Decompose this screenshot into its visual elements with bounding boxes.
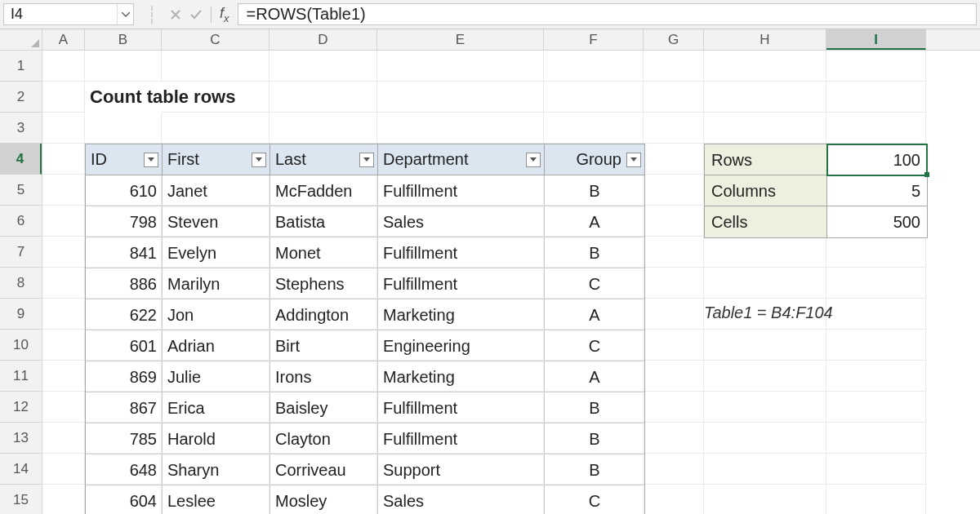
cell[interactable] bbox=[644, 51, 704, 82]
page-title[interactable]: Count table rows bbox=[85, 82, 162, 113]
cell[interactable] bbox=[826, 299, 926, 330]
table-header-group[interactable]: Group bbox=[545, 144, 644, 175]
stats-value-columns[interactable]: 5 bbox=[827, 175, 927, 206]
row-header-2[interactable]: 2 bbox=[0, 82, 42, 113]
cell-id[interactable]: 785 bbox=[86, 423, 163, 454]
cell[interactable] bbox=[644, 361, 704, 392]
cell-department[interactable]: Fulfillment bbox=[378, 237, 545, 268]
cell-department[interactable]: Fulfillment bbox=[378, 392, 545, 423]
col-header-G[interactable]: G bbox=[644, 29, 704, 50]
cell-department[interactable]: Fulfillment bbox=[378, 423, 545, 454]
cell-id[interactable]: 798 bbox=[86, 206, 163, 237]
cell-last[interactable]: Stephens bbox=[270, 268, 378, 299]
cell-department[interactable]: Engineering bbox=[378, 330, 545, 361]
cell[interactable] bbox=[42, 113, 85, 144]
stats-value-cells[interactable]: 500 bbox=[827, 206, 927, 237]
filter-dropdown-icon[interactable] bbox=[144, 153, 158, 167]
formula-input[interactable]: =ROWS(Table1) bbox=[238, 3, 977, 25]
cell[interactable] bbox=[42, 454, 85, 485]
cell-id[interactable]: 869 bbox=[86, 361, 163, 392]
cell[interactable] bbox=[644, 423, 704, 454]
name-box[interactable]: I4 bbox=[3, 3, 134, 25]
cell-group[interactable]: B bbox=[545, 175, 644, 206]
row-header-15[interactable]: 15 bbox=[0, 485, 42, 514]
cell-group[interactable]: C bbox=[545, 485, 644, 514]
cell[interactable] bbox=[644, 113, 704, 144]
cell[interactable] bbox=[544, 113, 644, 144]
cell-last[interactable]: Mosley bbox=[270, 485, 378, 514]
cell[interactable] bbox=[704, 330, 826, 361]
col-header-I[interactable]: I bbox=[826, 29, 926, 50]
cell[interactable] bbox=[162, 82, 270, 113]
cell-last[interactable]: Monet bbox=[270, 237, 378, 268]
cell[interactable] bbox=[42, 485, 85, 514]
cell-department[interactable]: Sales bbox=[378, 485, 545, 514]
cell-group[interactable]: A bbox=[545, 361, 644, 392]
col-header-F[interactable]: F bbox=[544, 29, 644, 50]
cell[interactable] bbox=[644, 237, 704, 268]
cell-id[interactable]: 622 bbox=[86, 299, 163, 330]
cell-department[interactable]: Fulfillment bbox=[378, 268, 545, 299]
cell[interactable] bbox=[42, 299, 85, 330]
cell[interactable] bbox=[85, 113, 162, 144]
cell[interactable] bbox=[42, 330, 85, 361]
cell[interactable] bbox=[826, 361, 926, 392]
cell-group[interactable]: A bbox=[545, 206, 644, 237]
cell-id[interactable]: 648 bbox=[86, 454, 163, 485]
table-header-id[interactable]: ID bbox=[86, 144, 163, 175]
cell[interactable] bbox=[544, 51, 644, 82]
col-header-A[interactable]: A bbox=[42, 29, 85, 50]
cell[interactable] bbox=[826, 423, 926, 454]
cell-last[interactable]: Clayton bbox=[270, 423, 378, 454]
cell[interactable] bbox=[644, 82, 704, 113]
cell-last[interactable]: Baisley bbox=[270, 392, 378, 423]
cell[interactable] bbox=[704, 454, 826, 485]
cell-group[interactable]: A bbox=[545, 299, 644, 330]
cell[interactable] bbox=[544, 82, 644, 113]
col-header-C[interactable]: C bbox=[162, 29, 270, 50]
cell[interactable] bbox=[162, 113, 270, 144]
col-header-B[interactable]: B bbox=[85, 29, 162, 50]
cell-last[interactable]: Irons bbox=[270, 361, 378, 392]
stats-label[interactable]: Rows bbox=[705, 144, 827, 175]
cell[interactable] bbox=[644, 206, 704, 237]
row-header-13[interactable]: 13 bbox=[0, 423, 42, 454]
cell-first[interactable]: Adrian bbox=[163, 330, 270, 361]
cell[interactable] bbox=[704, 423, 826, 454]
cell-group[interactable]: B bbox=[545, 423, 644, 454]
cell-id[interactable]: 610 bbox=[86, 175, 163, 206]
cell-id[interactable]: 867 bbox=[86, 392, 163, 423]
fx-icon[interactable]: fx bbox=[220, 5, 229, 24]
cell-department[interactable]: Support bbox=[378, 454, 545, 485]
cell[interactable] bbox=[644, 330, 704, 361]
table-header-last[interactable]: Last bbox=[270, 144, 378, 175]
cell-first[interactable]: Julie bbox=[163, 361, 270, 392]
row-header-6[interactable]: 6 bbox=[0, 206, 42, 237]
cell-first[interactable]: Leslee bbox=[163, 485, 270, 514]
cell[interactable] bbox=[42, 175, 85, 206]
cell[interactable] bbox=[42, 237, 85, 268]
cell[interactable] bbox=[704, 392, 826, 423]
cell-department[interactable]: Sales bbox=[378, 206, 545, 237]
cell[interactable] bbox=[826, 237, 926, 268]
col-header-E[interactable]: E bbox=[377, 29, 544, 50]
cell-department[interactable]: Marketing bbox=[378, 299, 545, 330]
cell[interactable] bbox=[42, 361, 85, 392]
cell-id[interactable]: 601 bbox=[86, 330, 163, 361]
cell-id[interactable]: 604 bbox=[86, 485, 163, 514]
row-header-7[interactable]: 7 bbox=[0, 237, 42, 268]
cell-group[interactable]: B bbox=[545, 392, 644, 423]
stats-label[interactable]: Cells bbox=[705, 206, 827, 237]
name-box-dropdown[interactable] bbox=[117, 4, 133, 24]
row-header-3[interactable]: 3 bbox=[0, 113, 42, 144]
table-header-first[interactable]: First bbox=[163, 144, 270, 175]
cancel-formula-icon[interactable] bbox=[170, 9, 181, 20]
cell[interactable] bbox=[826, 268, 926, 299]
filter-dropdown-icon[interactable] bbox=[359, 153, 374, 167]
row-header-5[interactable]: 5 bbox=[0, 175, 42, 206]
cell[interactable] bbox=[644, 392, 704, 423]
col-header-H[interactable]: H bbox=[704, 29, 826, 50]
cell[interactable] bbox=[704, 113, 826, 144]
cell-first[interactable]: Janet bbox=[163, 175, 270, 206]
cell[interactable] bbox=[826, 485, 926, 514]
